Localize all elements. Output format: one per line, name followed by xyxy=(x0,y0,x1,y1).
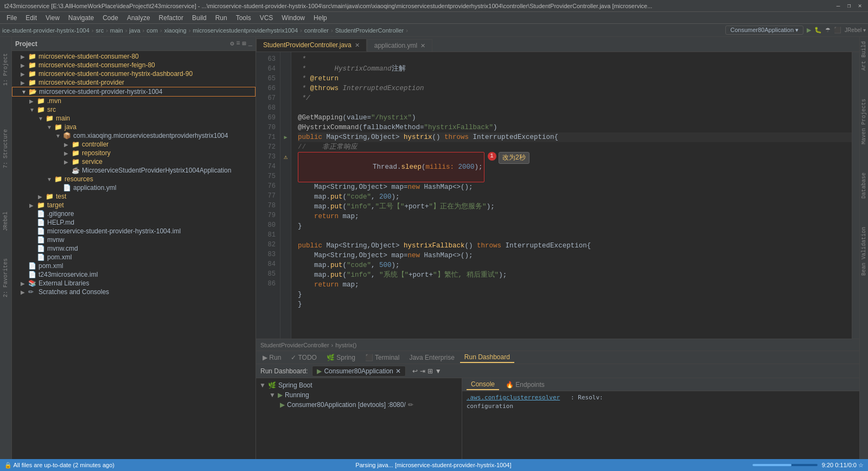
tab-structure[interactable]: 7: Structure xyxy=(3,129,9,168)
filter-icon[interactable]: ▼ xyxy=(435,367,442,375)
consumer-app-tab[interactable]: ▶ Consumer80Application ✕ xyxy=(312,366,405,377)
breadcrumb-class[interactable]: StudentProviderController xyxy=(335,27,404,34)
tree-item-pom-root[interactable]: ▶ 📄 pom.xml xyxy=(12,262,256,270)
run-tree-item-springboot[interactable]: ▼ 🌿 Spring Boot xyxy=(258,380,459,390)
tree-item-pom-sub[interactable]: ▶ 📄 pom.xml xyxy=(12,253,256,262)
run-tree-item-consumer80[interactable]: ▶ Consumer80Application [devtools] :8080… xyxy=(258,400,459,410)
menu-view[interactable]: View xyxy=(41,12,64,23)
breadcrumb-xiaoqing[interactable]: xiaoqing xyxy=(164,27,187,34)
run-btn[interactable]: ▶ xyxy=(807,27,811,34)
tree-item-help[interactable]: ▶ 📄 HELP.md xyxy=(12,218,256,227)
tab-close-yml[interactable]: ✕ xyxy=(420,42,425,49)
close-btn[interactable]: ✕ xyxy=(856,2,864,10)
tree-item-provider-hystrix[interactable]: ▼ 📂 microservice-student-provider-hystri… xyxy=(12,87,256,97)
tree-item-resources[interactable]: ▼ 📁 resources xyxy=(12,175,256,183)
tab-run-dashboard[interactable]: Run Dashboard xyxy=(460,352,514,363)
tree-item-mvnw-cmd[interactable]: ▶ 📄 mvnw.cmd xyxy=(12,244,256,253)
breadcrumb-controller-class[interactable]: StudentProviderController xyxy=(260,342,329,348)
endpoints-tab[interactable]: 🔥 Endpoints xyxy=(501,380,549,390)
folder-icon: 📁 xyxy=(54,123,63,131)
tree-item-repository[interactable]: ▶ 📁 repository xyxy=(12,149,256,157)
menu-file[interactable]: File xyxy=(2,12,21,23)
tab-todo[interactable]: ✓ TODO xyxy=(286,353,321,362)
expand-icon[interactable]: ⊞ xyxy=(242,40,246,48)
stop-btn[interactable]: ⬛ xyxy=(834,27,841,34)
tab-jrebel[interactable]: JRebel xyxy=(3,212,9,231)
menu-analyze[interactable]: Analyze xyxy=(123,12,155,23)
step-icon[interactable]: ⇥ xyxy=(420,367,425,375)
tree-item-gitignore[interactable]: ▶ 📄 .gitignore xyxy=(12,209,256,218)
breadcrumb-package[interactable]: microservicestudentproviderhystrix1004 xyxy=(193,27,298,34)
tab-project[interactable]: 1: Project xyxy=(3,53,9,86)
tab-favorites[interactable]: 2: Favorites xyxy=(3,258,9,297)
maximize-btn[interactable]: ❐ xyxy=(845,2,853,10)
coverage-btn[interactable]: ☂ xyxy=(825,27,831,34)
tree-item-application-yml[interactable]: ▶ 📄 application.yml xyxy=(12,183,256,192)
layout-icon[interactable]: ⊞ xyxy=(427,367,433,375)
tree-item-controller[interactable]: ▶ 📁 controller xyxy=(12,140,256,149)
run-tree-item-running[interactable]: ▼ ▶ Running xyxy=(258,390,459,400)
tab-bean-validation[interactable]: Bean Validation xyxy=(860,225,868,278)
menu-build[interactable]: Build xyxy=(188,12,211,23)
menu-window[interactable]: Window xyxy=(277,12,309,23)
tree-item-mvn[interactable]: ▶ 📁 .mvn xyxy=(12,97,256,105)
menu-tools[interactable]: Tools xyxy=(232,12,256,23)
menu-help[interactable]: Help xyxy=(309,12,331,23)
menu-run[interactable]: Run xyxy=(211,12,232,23)
tab-art-build[interactable]: Art Build xyxy=(860,39,868,73)
tree-item-consumer-feign[interactable]: ▶ 📁 microservice-student-consumer-feign-… xyxy=(12,61,256,69)
tab-terminal[interactable]: ⬛ Terminal xyxy=(361,353,404,362)
consumer-tab-close[interactable]: ✕ xyxy=(395,367,401,375)
tab-maven-projects[interactable]: Maven Projects xyxy=(860,97,868,147)
tree-item-mvnw[interactable]: ▶ 📄 mvnw xyxy=(12,236,256,244)
tree-item-target[interactable]: ▶ 📁 target xyxy=(12,201,256,209)
tab-yml[interactable]: application.yml ✕ xyxy=(367,39,432,52)
tree-item-hystrix-dashboard[interactable]: ▶ 📁 microservice-student-consumer-hystri… xyxy=(12,69,256,78)
tree-item-package[interactable]: ▼ 📦 com.xiaoqing.microservicestudentprov… xyxy=(12,131,256,140)
tree-item-scratches[interactable]: ▶ ✏ Scratches and Consoles xyxy=(12,288,256,296)
tree-item-java[interactable]: ▼ 📁 java xyxy=(12,123,256,131)
tab-database[interactable]: Database xyxy=(860,170,868,201)
breadcrumb-main[interactable]: main xyxy=(110,27,123,34)
tree-item-consumer80[interactable]: ▶ 📁 microservice-student-consumer-80 xyxy=(12,52,256,61)
code-content[interactable]: * * HystrixCommand注解 * @return * @throws… xyxy=(291,52,852,339)
rerun-icon[interactable]: ↩ xyxy=(412,367,418,375)
menu-navigate[interactable]: Navigate xyxy=(64,12,98,23)
tree-item-iml[interactable]: ▶ 📄 microservice-student-provider-hystri… xyxy=(12,227,256,236)
breadcrumb-method[interactable]: hystrix() xyxy=(335,342,356,348)
minimize-panel-icon[interactable]: _ xyxy=(248,40,252,48)
tree-item-main[interactable]: ▼ 📁 main xyxy=(12,114,256,123)
console-tab[interactable]: Console xyxy=(467,379,499,390)
tree-item-provider[interactable]: ▶ 📁 microservice-student-provider xyxy=(12,78,256,87)
edit-config-icon[interactable]: ✏ xyxy=(408,401,413,409)
tree-item-main-class[interactable]: ▶ ☕ MicroserviceStudentProviderHystrix10… xyxy=(12,166,256,175)
window-controls[interactable]: — ❐ ✕ xyxy=(834,2,864,10)
tab-spring[interactable]: 🌿 Spring xyxy=(322,353,360,362)
breadcrumb-controller-pkg[interactable]: controller xyxy=(304,27,329,34)
tree-item-test[interactable]: ▶ 📁 test xyxy=(12,192,256,201)
breadcrumb-project[interactable]: ice-student-provider-hystrix-1004 xyxy=(2,27,90,34)
menu-edit[interactable]: Edit xyxy=(21,12,41,23)
minimize-btn[interactable]: — xyxy=(834,2,842,10)
panel-icons[interactable]: ⚙ ≡ ⊞ _ xyxy=(230,40,252,48)
breadcrumb-toolbar-app[interactable]: Consumer80Application ▾ xyxy=(725,26,803,35)
tree-item-t243-iml[interactable]: ▶ 📄 t243microservice.iml xyxy=(12,270,256,279)
menu-vcs[interactable]: VCS xyxy=(256,12,278,23)
tree-item-external-libs[interactable]: ▶ 📚 External Libraries xyxy=(12,279,256,288)
breadcrumb-src[interactable]: src xyxy=(95,27,104,34)
tab-java-enterprise[interactable]: Java Enterprise xyxy=(405,353,458,362)
menu-refactor[interactable]: Refactor xyxy=(155,12,188,23)
breadcrumb-java[interactable]: java xyxy=(129,27,140,34)
settings-icon[interactable]: ⚙ xyxy=(230,40,234,48)
vertical-scrollbar[interactable] xyxy=(852,52,859,339)
tab-controller[interactable]: StudentProviderController.java ✕ xyxy=(256,39,367,52)
tab-close-controller[interactable]: ✕ xyxy=(355,42,360,49)
tree-item-src[interactable]: ▼ 📁 src xyxy=(12,105,256,114)
tree-item-service[interactable]: ▶ 📁 service xyxy=(12,157,256,166)
tab-run[interactable]: ▶ Run xyxy=(258,353,285,362)
console-link[interactable]: .aws.configclusterresolver xyxy=(467,394,560,401)
breadcrumb-com[interactable]: com xyxy=(146,27,158,34)
menu-code[interactable]: Code xyxy=(98,12,123,23)
gear-icon[interactable]: ≡ xyxy=(236,40,240,48)
debug-btn[interactable]: 🐛 xyxy=(814,27,822,34)
